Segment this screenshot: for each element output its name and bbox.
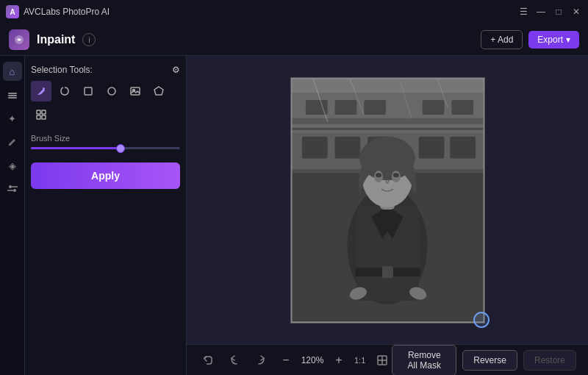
app-name: AVCLabs PhotoPro AI — [24, 7, 110, 17]
settings-icon[interactable]: ⚙ — [172, 65, 180, 75]
minimize-button[interactable]: — — [535, 6, 547, 18]
brush-slider-thumb[interactable] — [116, 144, 125, 153]
menu-button[interactable]: ☰ — [517, 6, 529, 18]
title-bar-left: A AVCLabs PhotoPro AI — [6, 5, 110, 18]
export-arrow: ▾ — [566, 35, 570, 45]
brush-cursor — [473, 312, 490, 328]
ellipse-tool-btn[interactable] — [101, 81, 122, 101]
header-left: Inpaint i — [9, 29, 96, 50]
view-toggle-button[interactable] — [373, 351, 392, 370]
page-title: Inpaint — [37, 33, 75, 46]
header: Inpaint i + Add Export ▾ — [0, 24, 588, 56]
bottom-left-controls: − 120% + 1:1 — [198, 351, 392, 370]
zoom-fit-button[interactable]: 1:1 — [351, 354, 368, 366]
svg-rect-15 — [37, 115, 40, 119]
svg-rect-52 — [291, 78, 484, 322]
remove-all-mask-button[interactable]: Remove All Mask — [392, 345, 456, 376]
expand-tool-btn[interactable] — [31, 104, 51, 125]
undo2-button[interactable] — [225, 351, 244, 370]
pen-tool-btn[interactable] — [31, 81, 51, 101]
poly-tool-btn[interactable] — [148, 81, 169, 101]
undo-button[interactable] — [198, 351, 218, 370]
restore-button[interactable]: Restore — [523, 350, 576, 371]
zoom-value: 120% — [298, 355, 326, 365]
tools-row — [31, 81, 180, 125]
svg-rect-3 — [8, 97, 17, 99]
svg-rect-16 — [42, 115, 46, 119]
svg-rect-13 — [37, 110, 40, 114]
icon-rail: ⌂ ✦ ◈ — [0, 56, 25, 375]
image-container — [290, 77, 485, 324]
rail-icon-edit[interactable] — [3, 132, 22, 151]
rail-icon-adjust[interactable] — [3, 179, 22, 199]
main-content: ⌂ ✦ ◈ Selection Tools: — [0, 56, 588, 375]
canvas-area: − 120% + 1:1 Remove All Mask Reverse — [187, 56, 588, 375]
selection-tools-label: Selection Tools: ⚙ — [31, 65, 180, 75]
zoom-in-button[interactable]: + — [331, 352, 347, 368]
app-icon: A — [6, 5, 19, 18]
rail-icon-layers[interactable] — [3, 85, 22, 104]
rail-icon-paint[interactable]: ◈ — [3, 156, 22, 175]
svg-rect-2 — [8, 95, 17, 96]
image-display — [290, 77, 485, 324]
brush-slider-track[interactable] — [31, 147, 180, 149]
svg-rect-1 — [8, 93, 17, 94]
svg-point-4 — [9, 185, 12, 188]
zoom-controls: − 120% + 1:1 — [278, 351, 392, 370]
canvas-content[interactable] — [187, 56, 588, 344]
svg-rect-14 — [42, 110, 46, 114]
brush-slider-fill — [31, 147, 121, 149]
redo-button[interactable] — [251, 351, 270, 370]
header-right: + Add Export ▾ — [481, 30, 579, 49]
brush-size-label: Brush Size — [31, 134, 180, 143]
maximize-button[interactable]: □ — [553, 6, 564, 18]
export-label: Export — [537, 35, 563, 45]
rect-tool-btn[interactable] — [78, 81, 98, 101]
brush-section: Brush Size — [31, 134, 180, 149]
reverse-button[interactable]: Reverse — [462, 350, 517, 371]
title-bar-controls: ☰ — □ ✕ — [517, 6, 582, 18]
bottom-right-controls: Remove All Mask Reverse Restore — [392, 345, 576, 376]
svg-point-5 — [13, 189, 16, 192]
apply-button[interactable]: Apply — [31, 162, 180, 189]
info-icon[interactable]: i — [82, 33, 96, 46]
bottom-bar: − 120% + 1:1 Remove All Mask Reverse — [187, 344, 588, 375]
add-button[interactable]: + Add — [481, 30, 523, 49]
rail-icon-effects[interactable]: ✦ — [3, 109, 22, 128]
app-logo — [9, 29, 29, 50]
svg-point-10 — [108, 88, 115, 95]
export-button[interactable]: Export ▾ — [528, 31, 579, 49]
title-bar: A AVCLabs PhotoPro AI ☰ — □ ✕ — [0, 0, 588, 24]
sidebar-panel: Selection Tools: ⚙ — [25, 56, 187, 375]
svg-point-8 — [43, 88, 45, 90]
rail-icon-home[interactable]: ⌂ — [3, 62, 22, 81]
zoom-out-button[interactable]: − — [278, 352, 294, 368]
lasso-tool-btn[interactable] — [54, 81, 75, 101]
photo-tool-btn[interactable] — [125, 81, 146, 101]
svg-rect-9 — [85, 88, 92, 95]
close-button[interactable]: ✕ — [570, 6, 582, 18]
